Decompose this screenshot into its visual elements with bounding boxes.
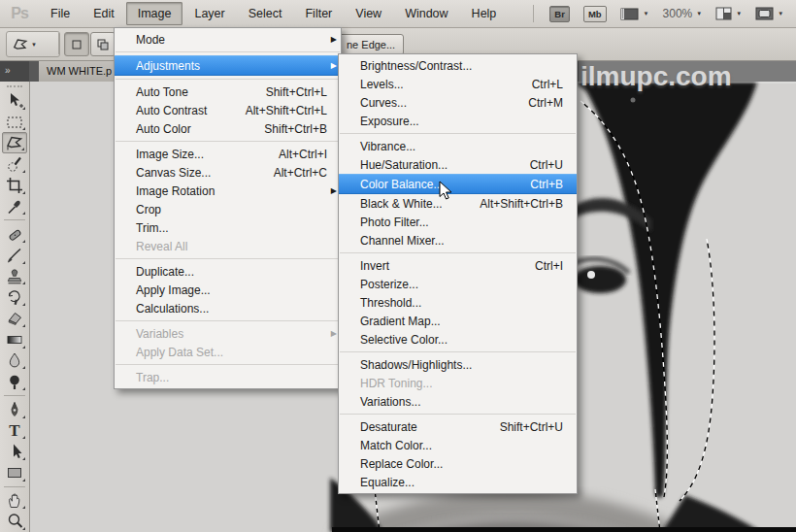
zoom-level-control[interactable]: 300% ▼ (663, 7, 703, 20)
menu-item-desaturate[interactable]: Desaturate Shift+Ctrl+U (339, 417, 577, 436)
menu-item-levels[interactable]: Levels... Ctrl+L (339, 75, 577, 93)
menu-item-trap[interactable]: Trap... (115, 368, 341, 386)
menu-item-gradient-map[interactable]: Gradient Map... (339, 312, 577, 330)
menu-item-calculations[interactable]: Calculations... (115, 299, 341, 317)
menu-item-brightness-contrast[interactable]: Brightness/Contrast... (339, 56, 577, 75)
panel-grip[interactable] (7, 85, 22, 87)
menu-item-replace-color[interactable]: Replace Color... (339, 454, 577, 473)
divider (533, 5, 534, 22)
menu-item-shadows-highlights[interactable]: Shadows/Highlights... (339, 355, 577, 374)
menu-item-apply-data-set[interactable]: Apply Data Set... (115, 343, 341, 361)
add-to-selection-button[interactable] (90, 32, 116, 56)
menu-separator (339, 249, 577, 256)
menu-item-posterize[interactable]: Posterize... (339, 275, 577, 293)
menu-item-auto-tone[interactable]: Auto Tone Shift+Ctrl+L (115, 83, 341, 101)
menu-item-hue-saturation[interactable]: Hue/Saturation... Ctrl+U (339, 155, 577, 174)
menubar-item-image[interactable]: Image (126, 2, 183, 25)
menu-item-photo-filter[interactable]: Photo Filter... (339, 213, 577, 231)
menubar-item-view[interactable]: View (344, 2, 393, 25)
polygonal-lasso-tool[interactable] (2, 132, 27, 153)
eyedropper-tool[interactable] (2, 196, 27, 217)
view-extras-control[interactable]: ▼ (620, 7, 649, 21)
spot-healing-brush-tool[interactable] (2, 223, 27, 245)
menu-item-selective-color[interactable]: Selective Color... (339, 330, 577, 349)
menu-item-curves[interactable]: Curves... Ctrl+M (339, 93, 577, 112)
screen-mode-control[interactable]: ▼ (755, 7, 783, 20)
polygonal-lasso-icon (10, 36, 31, 53)
brush-tool[interactable] (2, 245, 27, 266)
chevron-down-icon: ▼ (644, 11, 649, 17)
menu-item-crop[interactable]: Crop (115, 200, 341, 218)
crop-tool[interactable] (2, 175, 27, 196)
menubar-item-filter[interactable]: Filter (293, 2, 344, 25)
mouse-cursor (439, 181, 453, 201)
adjustments-submenu: Brightness/Contrast... Levels... Ctrl+L … (338, 53, 578, 494)
history-brush-tool[interactable] (2, 286, 27, 308)
submenu-arrow-icon: ▶ (331, 61, 337, 70)
menu-item-match-color[interactable]: Match Color... (339, 436, 577, 454)
menu-item-exposure[interactable]: Exposure... (339, 112, 577, 130)
gradient-tool[interactable] (2, 329, 27, 350)
menu-item-threshold[interactable]: Threshold... (339, 293, 577, 312)
menu-separator (115, 255, 341, 262)
arrange-documents-icon (715, 7, 732, 20)
zoom-tool[interactable] (2, 511, 27, 532)
menu-item-color-balance[interactable]: Color Balance... Ctrl+B (339, 174, 577, 194)
menu-item-black-white[interactable]: Black & White... Alt+Shift+Ctrl+B (339, 194, 577, 213)
menubar-item-edit[interactable]: Edit (82, 2, 126, 25)
path-selection-tool[interactable] (2, 441, 27, 462)
tool-preset-picker[interactable]: ▼ (6, 31, 60, 57)
quick-selection-tool[interactable] (2, 153, 27, 175)
arrange-documents-control[interactable]: ▼ (715, 7, 742, 20)
new-selection-button[interactable] (64, 32, 89, 56)
menu-item-equalize[interactable]: Equalize... (339, 473, 577, 491)
menu-item-invert[interactable]: Invert Ctrl+I (339, 256, 577, 275)
type-tool[interactable]: T (2, 420, 27, 442)
menu-item-canvas-size[interactable]: Canvas Size... Alt+Ctrl+C (115, 163, 341, 182)
image-menu: Mode ▶ Adjustments ▶ Auto Tone Shift+Ctr… (114, 27, 342, 389)
zoom-level-value: 300% (663, 7, 693, 20)
menu-item-adjustments[interactable]: Adjustments ▶ (115, 55, 341, 76)
app-bar-controls: Br Mb ▼ 300% ▼ ▼ ▼ (533, 5, 783, 22)
rectangle-tool[interactable] (2, 462, 27, 483)
menu-item-duplicate[interactable]: Duplicate... (115, 262, 341, 281)
pen-tool[interactable] (2, 399, 27, 420)
toolbar-collapse-button[interactable]: » (0, 60, 29, 82)
menubar-item-file[interactable]: File (39, 2, 82, 25)
menubar-item-window[interactable]: Window (393, 2, 459, 25)
photoshop-window: WM WHITE.p ilmupc.com » T ▼ ne Edge... P… (0, 0, 796, 532)
chevron-down-icon: ▼ (736, 11, 742, 17)
eraser-tool[interactable] (2, 308, 27, 329)
menu-item-apply-image[interactable]: Apply Image... (115, 281, 341, 299)
menu-item-reveal-all[interactable]: Reveal All (115, 237, 341, 255)
menu-item-hdr-toning[interactable]: HDR Toning... (339, 374, 577, 392)
watermark-text: ilmupc.com (580, 61, 732, 92)
hand-tool[interactable] (2, 490, 27, 512)
menubar-item-help[interactable]: Help (460, 2, 509, 25)
menubar-item-select[interactable]: Select (237, 2, 294, 25)
screen-mode-icon (755, 7, 774, 20)
menu-item-trim[interactable]: Trim... (115, 218, 341, 237)
blur-tool[interactable] (2, 350, 27, 372)
rectangular-marquee-tool[interactable] (2, 112, 27, 133)
dodge-tool[interactable] (2, 371, 27, 392)
menu-item-channel-mixer[interactable]: Channel Mixer... (339, 231, 577, 249)
launch-bridge-button[interactable]: Br (549, 6, 570, 22)
menu-item-vibrance[interactable]: Vibrance... (339, 137, 577, 155)
menu-item-image-rotation[interactable]: Image Rotation ▶ (115, 182, 341, 200)
launch-mini-bridge-button[interactable]: Mb (583, 6, 607, 22)
menu-separator (115, 49, 341, 55)
clone-stamp-tool[interactable] (2, 266, 27, 287)
refine-edge-button[interactable]: ne Edge... (338, 34, 404, 55)
menu-item-variations[interactable]: Variations... (339, 392, 577, 411)
menu-item-auto-contrast[interactable]: Auto Contrast Alt+Shift+Ctrl+L (115, 101, 341, 119)
menubar-item-layer[interactable]: Layer (182, 2, 236, 25)
move-tool[interactable] (2, 90, 27, 112)
submenu-arrow-icon: ▶ (331, 329, 337, 338)
photoshop-logo: Ps (0, 5, 39, 22)
menu-item-image-size[interactable]: Image Size... Alt+Ctrl+I (115, 145, 341, 163)
menu-item-mode[interactable]: Mode ▶ (115, 30, 341, 49)
divider (58, 33, 59, 54)
menu-item-auto-color[interactable]: Auto Color Shift+Ctrl+B (115, 119, 341, 138)
menu-item-variables[interactable]: Variables ▶ (115, 324, 341, 343)
